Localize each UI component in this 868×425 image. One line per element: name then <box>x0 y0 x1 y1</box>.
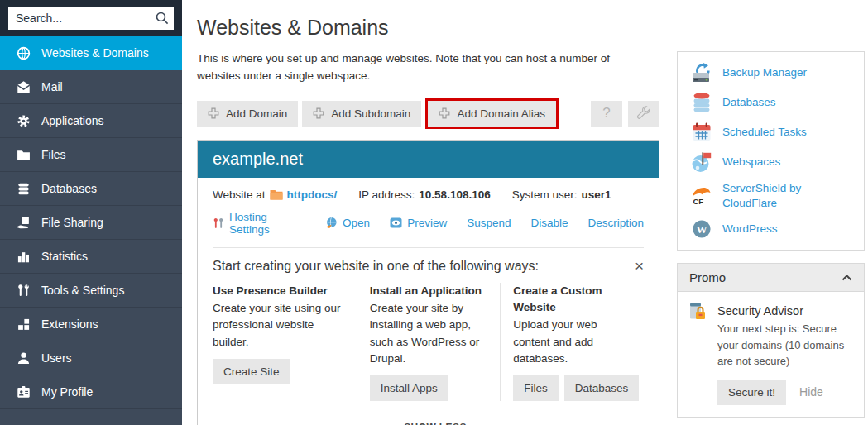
sidebar-item-files[interactable]: Files <box>0 138 182 172</box>
sidebar-item-websites-domains[interactable]: Websites & Domains <box>0 36 182 70</box>
sidebar-item-databases[interactable]: Databases <box>0 172 182 206</box>
left-sidebar: Websites & Domains Mail Applications Fil… <box>0 0 182 425</box>
svg-text:CF: CF <box>693 196 704 205</box>
system-user-label: System user: <box>512 189 578 201</box>
calendar-icon <box>691 122 712 143</box>
tools-red-icon <box>213 217 224 229</box>
globe-icon <box>17 46 31 60</box>
promo-body: Security Advisor Your next step is: Secu… <box>678 292 864 417</box>
option-install-application: Install an Application Create your site … <box>357 283 501 401</box>
shortcuts-box: Backup Manager Databases Scheduled Tasks… <box>677 51 865 251</box>
start-options: Use Presence Builder Create your site us… <box>198 281 659 413</box>
security-advisor-icon <box>688 302 710 405</box>
option-presence-builder: Use Presence Builder Create your site us… <box>213 283 357 401</box>
suspend-link[interactable]: Suspend <box>467 217 511 229</box>
sidebar-item-my-profile[interactable]: My Profile <box>0 375 182 409</box>
bar-chart-icon <box>17 250 31 264</box>
domain-info-row: Website at httpdocs/ IP address: 10.58.1… <box>198 178 659 201</box>
servershield-link[interactable]: CF ServerShield by CloudFlare <box>691 177 851 214</box>
cloudflare-icon: CF <box>691 185 712 207</box>
disable-link[interactable]: Disable <box>530 217 568 229</box>
sidebar-item-extensions[interactable]: Extensions <box>0 308 182 341</box>
folder-icon <box>17 148 31 162</box>
promo-header: Promo <box>678 264 864 292</box>
eye-icon <box>390 217 402 229</box>
user-icon <box>17 351 31 365</box>
svg-text:W: W <box>697 223 707 236</box>
wrench-icon <box>636 106 651 121</box>
settings-button[interactable] <box>628 101 659 127</box>
security-advisor-text: Your next step is: Secure your domains (… <box>717 321 853 370</box>
search-input[interactable] <box>8 7 174 30</box>
sidebar-item-label: Users <box>41 351 72 365</box>
sidebar-item-label: Extensions <box>41 318 98 331</box>
description-link[interactable]: Description <box>587 217 644 229</box>
hide-link[interactable]: Hide <box>799 385 823 399</box>
page-title: Websites & Domains <box>197 16 659 40</box>
system-user-value: user1 <box>581 189 611 201</box>
database-icon <box>17 182 31 196</box>
create-site-button[interactable]: Create Site <box>213 359 290 384</box>
folder-icon <box>270 189 283 200</box>
option-text: Create your site by installing a web app… <box>370 300 488 367</box>
backup-manager-link[interactable]: Backup Manager <box>691 58 851 88</box>
domain-actions-row: Hosting Settings Open Preview Suspend Di… <box>198 201 659 247</box>
sidebar-item-label: My Profile <box>41 385 93 399</box>
search-icon[interactable] <box>155 11 170 26</box>
sidebar-item-label: Applications <box>41 114 104 127</box>
files-button[interactable]: Files <box>513 375 559 401</box>
httpdocs-link[interactable]: httpdocs/ <box>287 189 338 201</box>
add-subdomain-button[interactable]: Add Subdomain <box>302 101 421 127</box>
main-content: Websites & Domains This is where you set… <box>197 0 659 425</box>
add-domain-button[interactable]: Add Domain <box>197 101 298 127</box>
option-custom-website: Create a Custom Website Upload your web … <box>500 283 644 401</box>
security-advisor-title: Security Advisor <box>717 304 853 318</box>
promo-title: Promo <box>689 270 726 284</box>
databases-shortcut-link[interactable]: Databases <box>691 88 851 117</box>
mail-icon <box>17 80 31 94</box>
wordpress-link[interactable]: W WordPress <box>691 214 851 244</box>
ip-value: 10.58.108.106 <box>419 189 490 201</box>
plus-icon <box>313 107 324 119</box>
sidebar-item-statistics[interactable]: Statistics <box>0 240 182 274</box>
open-site-link[interactable]: Open <box>325 217 370 229</box>
sidebar-item-file-sharing[interactable]: File Sharing <box>0 206 182 240</box>
gear-icon <box>17 114 31 128</box>
databases-icon <box>691 92 712 113</box>
promo-panel: Promo Security Advisor Your next step is… <box>677 263 865 418</box>
sidebar-item-users[interactable]: Users <box>0 341 182 375</box>
add-domain-alias-label: Add Domain Alias <box>457 107 545 120</box>
highlight-box: Add Domain Alias <box>425 98 559 129</box>
sidebar-item-label: Mail <box>41 80 63 93</box>
close-icon[interactable]: × <box>635 259 644 274</box>
databases-button[interactable]: Databases <box>564 375 640 401</box>
help-button[interactable]: ? <box>591 101 622 127</box>
plus-icon <box>439 107 450 119</box>
file-sharing-icon <box>17 216 31 230</box>
secure-it-button[interactable]: Secure it! <box>717 380 786 405</box>
sidebar-item-applications[interactable]: Applications <box>0 104 182 138</box>
scheduled-tasks-link[interactable]: Scheduled Tasks <box>691 117 851 147</box>
option-text: Upload your web content and add database… <box>513 317 631 367</box>
start-section-header: Start creating your website in one of th… <box>198 248 659 281</box>
sidebar-item-mail[interactable]: Mail <box>0 70 182 104</box>
hosting-settings-link[interactable]: Hosting Settings <box>213 211 305 236</box>
sidebar-item-tools-settings[interactable]: Tools & Settings <box>0 274 182 308</box>
extensions-icon <box>17 318 31 332</box>
page-description: This is where you set up and manage webs… <box>197 50 650 85</box>
show-less-toggle[interactable]: SHOW LESS <box>198 413 659 425</box>
add-domain-alias-button[interactable]: Add Domain Alias <box>428 101 556 127</box>
install-apps-button[interactable]: Install Apps <box>370 375 448 401</box>
webspaces-link[interactable]: Webspaces <box>691 147 851 177</box>
collapse-chevron-icon[interactable] <box>842 275 852 281</box>
sidebar-item-label: Databases <box>41 182 97 195</box>
question-icon: ? <box>602 105 610 122</box>
domain-card: example.net Website at httpdocs/ IP addr… <box>197 140 659 425</box>
website-at-label: Website at <box>213 189 266 201</box>
open-globe-icon <box>325 217 338 229</box>
sidebar-item-label: Statistics <box>41 250 88 263</box>
add-domain-label: Add Domain <box>226 107 287 120</box>
preview-link[interactable]: Preview <box>390 217 447 229</box>
option-title: Install an Application <box>370 283 488 299</box>
sidebar-item-label: Websites & Domains <box>41 46 149 60</box>
